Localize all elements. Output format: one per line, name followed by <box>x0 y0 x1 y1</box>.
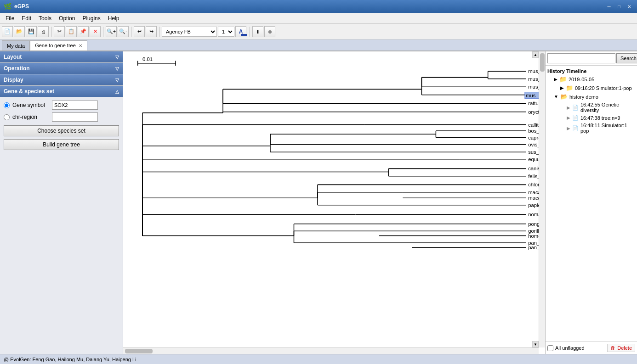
history-folder-2019[interactable]: ▶ 📁 2019-05-05 <box>547 75 635 84</box>
operation-section: Operation ▽ <box>0 63 123 74</box>
zoom-out-button[interactable]: 🔍- <box>118 26 129 37</box>
tree-scroll-horizontal[interactable] <box>123 347 539 354</box>
scroll-up[interactable]: ▲ <box>532 51 539 58</box>
tree-area: 0.01 mus_caroli mus_musculus mus_spretus <box>123 51 545 354</box>
tab-gene-tree-close[interactable]: ✕ <box>79 43 82 48</box>
layout-header[interactable]: Layout ▽ <box>0 51 123 62</box>
file-icon-genetic: ▶ <box>567 105 570 110</box>
separator4 <box>159 27 159 37</box>
close-button[interactable]: ✕ <box>625 3 633 10</box>
gene-species-content: Gene symbol chr-region Choose species se… <box>0 97 123 154</box>
search-button[interactable]: Search <box>616 53 637 63</box>
folder-icon-demo: 📂 <box>560 93 568 100</box>
menu-tools[interactable]: Tools <box>35 14 55 22</box>
operation-chevron: ▽ <box>115 66 119 71</box>
gene-symbol-input[interactable] <box>52 101 98 110</box>
minimize-button[interactable]: ─ <box>605 3 613 10</box>
history-sim-1pop-2[interactable]: ▶ 📄 16:48:11 Simulator:1-pop <box>547 122 635 134</box>
gene-symbol-row: Gene symbol <box>4 101 119 110</box>
delete-history-button[interactable]: 🗑 Delete <box>607 344 635 352</box>
expand-icon-2019: ▶ <box>554 77 557 82</box>
layout-label: Layout <box>4 54 22 60</box>
delete-button[interactable]: ✕ <box>90 26 101 37</box>
separator3 <box>131 27 131 37</box>
maximize-button[interactable]: □ <box>615 3 623 10</box>
font-size-selector[interactable]: 10 <box>218 27 234 37</box>
history-title-text: History Timeline <box>547 68 586 74</box>
left-panel: Layout ▽ Operation ▽ Display ▽ Gene & sp… <box>0 51 123 354</box>
gene-species-section: Gene & species set △ Gene symbol chr-reg… <box>0 86 123 154</box>
tab-mydata[interactable]: My data <box>2 40 30 50</box>
tab-bar: My data Gene to gene tree ✕ <box>0 39 637 51</box>
layout-chevron: ▽ <box>115 55 119 60</box>
expand-icon-sim: ▶ <box>560 85 564 90</box>
scroll-down[interactable]: ▼ <box>532 341 539 347</box>
gene-symbol-radio-label: Gene symbol <box>12 102 49 108</box>
right-footer: All unflagged 🗑 Delete <box>546 342 637 354</box>
svg-text:0.01: 0.01 <box>142 56 153 62</box>
cut-button[interactable]: ✂ <box>54 26 65 37</box>
file-icon-s2: 📄 <box>572 125 579 131</box>
menu-help[interactable]: Help <box>104 14 123 22</box>
status-bar: @ EvolGen: Feng Gao, Hailong Mu, Dalang … <box>0 354 637 364</box>
gene-species-header[interactable]: Gene & species set △ <box>0 86 123 97</box>
choose-species-button[interactable]: Choose species set <box>4 125 119 136</box>
all-unflagged-check[interactable]: All unflagged <box>547 345 585 351</box>
operation-header[interactable]: Operation ▽ <box>0 63 123 74</box>
display-section: Display ▽ <box>0 74 123 86</box>
record-button[interactable]: ⏺ <box>264 26 275 37</box>
layout-section: Layout ▽ <box>0 51 123 63</box>
chr-region-input[interactable] <box>52 112 98 122</box>
redo-button[interactable]: ↪ <box>146 26 157 37</box>
open-button[interactable]: 📂 <box>14 26 25 37</box>
print-button[interactable]: 🖨 <box>38 26 49 37</box>
search-input[interactable] <box>547 53 615 63</box>
history-sim-label: 09:16:20 Simulator:1-pop <box>575 85 632 91</box>
copy-button[interactable]: 📋 <box>66 26 77 37</box>
history-tree-n9[interactable]: ▶ 📄 16:47:38 tree:n=9 <box>547 114 635 122</box>
gene-symbol-radio[interactable] <box>4 102 10 108</box>
gene-species-label: Gene & species set <box>4 88 54 95</box>
pause-button[interactable]: ⏸ <box>252 26 263 37</box>
toolbar: 📄 📂 💾 🖨 ✂ 📋 📌 ✕ 🔍+ 🔍- ↩ ↪ Agency FB 10 A… <box>0 24 637 39</box>
menu-file[interactable]: File <box>2 14 18 22</box>
font-color-button[interactable]: A <box>235 26 246 37</box>
new-button[interactable]: 📄 <box>2 26 13 37</box>
menu-edit[interactable]: Edit <box>18 14 35 22</box>
search-bar: Search <box>546 51 637 66</box>
scroll-thumb-h <box>125 349 153 353</box>
tab-gene-tree-label: Gene to gene tree <box>35 43 76 48</box>
scroll-thumb-v <box>540 53 545 72</box>
font-selector[interactable]: Agency FB <box>162 27 217 37</box>
history-demo-folder[interactable]: ▼ 📂 history demo <box>547 92 635 101</box>
tab-gene-tree[interactable]: Gene to gene tree ✕ <box>30 40 87 50</box>
history-demo-label: history demo <box>569 94 598 100</box>
tree-svg: 0.01 mus_caroli mus_musculus mus_spretus <box>123 51 545 354</box>
undo-button[interactable]: ↩ <box>134 26 145 37</box>
history-2019-label: 2019-05-05 <box>569 77 594 82</box>
build-gene-tree-button[interactable]: Build gene tree <box>4 139 119 150</box>
zoom-in-button[interactable]: 🔍+ <box>106 26 117 37</box>
tree-scroll-vertical[interactable] <box>539 51 545 347</box>
right-panel: Search History Timeline ▶ 📁 2019-05-05 ▶… <box>545 51 637 354</box>
display-label: Display <box>4 77 23 83</box>
menu-option[interactable]: Option <box>55 14 79 22</box>
display-header[interactable]: Display ▽ <box>0 74 123 85</box>
history-tree-n9-label: 16:47:38 tree:n=9 <box>580 115 620 121</box>
folder-icon-sim: 📁 <box>566 84 573 91</box>
save-button[interactable]: 💾 <box>26 26 37 37</box>
chr-region-radio[interactable] <box>4 114 10 120</box>
history-title-item: History Timeline <box>547 67 635 75</box>
menu-plugins[interactable]: Plugins <box>79 14 104 22</box>
display-chevron: ▽ <box>115 78 119 83</box>
file-icon-tn: 📄 <box>572 115 579 121</box>
paste-button[interactable]: 📌 <box>78 26 89 37</box>
history-sim-1pop[interactable]: ▶ 📁 09:16:20 Simulator:1-pop <box>547 84 635 92</box>
chr-region-row: chr-region <box>4 112 119 122</box>
history-genetic-diversity[interactable]: ▶ 📄 16:42:55 Genetic diversity <box>547 101 635 114</box>
app-icon: 🌿 <box>4 3 11 10</box>
file-icon-sim2: ▶ <box>567 126 570 131</box>
all-unflagged-checkbox[interactable] <box>547 345 553 351</box>
status-text: @ EvolGen: Feng Gao, Hailong Mu, Dalang … <box>4 357 136 362</box>
menu-bar: File Edit Tools Option Plugins Help <box>0 13 637 24</box>
